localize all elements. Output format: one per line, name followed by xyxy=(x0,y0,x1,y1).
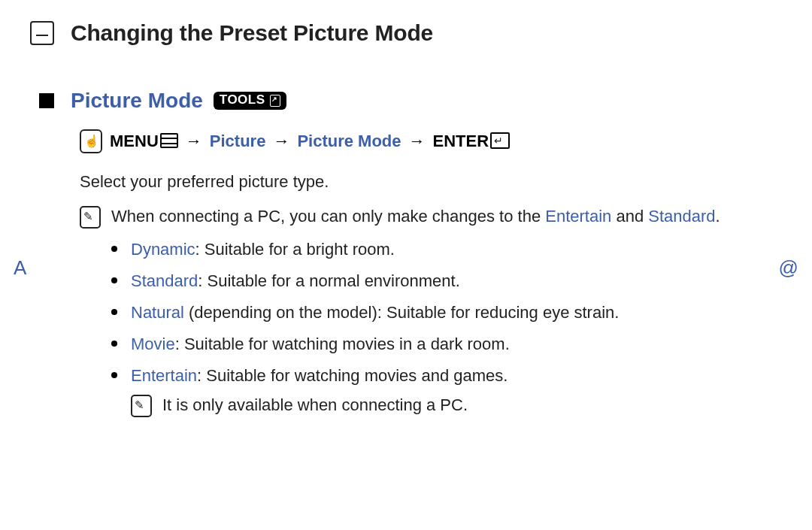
tools-label: TOOLS xyxy=(220,91,265,110)
mode-name: Movie xyxy=(131,335,175,353)
mode-desc: : Suitable for watching movies in a dark… xyxy=(175,335,510,353)
list-item: Dynamic: Suitable for a bright room. xyxy=(111,238,782,262)
menu-path: MENU → Picture → Picture Mode → ENTER xyxy=(80,129,782,153)
arrow-icon: → xyxy=(186,129,202,153)
note-icon xyxy=(80,206,101,229)
list-item: Natural (depending on the model): Suitab… xyxy=(111,301,782,325)
nav-prev[interactable]: A xyxy=(14,254,26,283)
pc-note-and: and xyxy=(611,207,648,226)
tools-popup-icon xyxy=(270,95,280,107)
path-enter: ENTER xyxy=(433,132,489,150)
list-item: Entertain: Suitable for watching movies … xyxy=(111,364,782,418)
mode-desc: : Suitable for a normal environment. xyxy=(198,271,460,290)
pc-note-standard: Standard xyxy=(648,207,715,226)
note-icon xyxy=(131,395,152,417)
page-title: Changing the Preset Picture Mode xyxy=(71,17,433,50)
mode-list: Dynamic: Suitable for a bright room. Sta… xyxy=(111,238,782,417)
pc-note: When connecting a PC, you can only make … xyxy=(80,204,782,229)
book-icon xyxy=(30,21,54,45)
mode-desc: (depending on the model): Suitable for r… xyxy=(184,303,619,322)
mode-name: Entertain xyxy=(131,366,197,385)
entertain-subnote: It is only available when connecting a P… xyxy=(162,393,468,417)
mode-name: Standard xyxy=(131,271,198,290)
path-menu: MENU xyxy=(110,132,159,150)
arrow-icon: → xyxy=(273,129,289,153)
list-item: Standard: Suitable for a normal environm… xyxy=(111,269,782,293)
mode-desc: : Suitable for a bright room. xyxy=(195,240,395,259)
list-item: Movie: Suitable for watching movies in a… xyxy=(111,332,782,356)
pc-note-entertain: Entertain xyxy=(545,207,611,226)
enter-button-icon xyxy=(490,132,510,149)
square-bullet-icon xyxy=(39,93,54,108)
path-picture: Picture xyxy=(210,129,266,153)
path-picture-mode: Picture Mode xyxy=(297,129,401,153)
section-heading: Picture Mode xyxy=(71,86,203,117)
remote-hand-icon xyxy=(80,129,102,153)
mode-desc: : Suitable for watching movies and games… xyxy=(197,366,508,385)
nav-next[interactable]: @ xyxy=(779,254,798,283)
mode-name: Natural xyxy=(131,303,184,322)
intro-text: Select your preferred picture type. xyxy=(80,170,782,194)
pc-note-suffix: . xyxy=(716,207,720,226)
pc-note-prefix: When connecting a PC, you can only make … xyxy=(111,207,545,226)
tools-badge: TOOLS xyxy=(214,92,286,110)
mode-name: Dynamic xyxy=(131,240,195,259)
menu-button-icon xyxy=(160,133,178,148)
arrow-icon: → xyxy=(409,129,426,153)
